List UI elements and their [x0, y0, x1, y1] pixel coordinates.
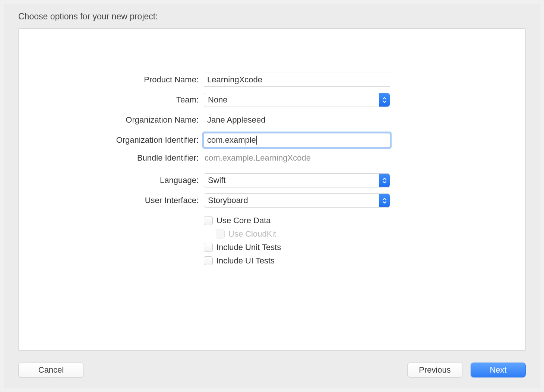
cancel-button[interactable]: Cancel: [18, 363, 84, 377]
use-cloudkit-checkbox: [216, 230, 225, 238]
bundle-identifier-label: Bundle Identifier:: [19, 153, 204, 163]
dialog-footer: Cancel Previous Next: [18, 363, 526, 377]
options-panel: Product Name: Team: None: [18, 28, 526, 351]
include-unit-tests-checkbox[interactable]: [204, 243, 213, 252]
dialog-title: Choose options for your new project:: [18, 12, 526, 22]
organization-identifier-value: com.example: [207, 135, 256, 145]
organization-name-input[interactable]: [204, 113, 390, 127]
team-label: Team:: [19, 95, 204, 105]
language-label: Language:: [19, 176, 204, 185]
use-core-data-checkbox[interactable]: [204, 216, 213, 225]
include-unit-tests-label: Include Unit Tests: [216, 243, 281, 252]
product-name-input[interactable]: [204, 73, 390, 87]
user-interface-label: User Interface:: [19, 196, 204, 205]
team-popup[interactable]: None: [204, 93, 390, 107]
use-core-data-label: Use Core Data: [216, 216, 271, 225]
up-down-icon: [379, 194, 390, 207]
language-popup-value: Swift: [208, 176, 226, 185]
organization-name-label: Organization Name:: [19, 115, 204, 125]
bundle-identifier-value: com.example.LearningXcode: [204, 153, 390, 163]
options-form: Product Name: Team: None: [19, 73, 525, 269]
new-project-options-dialog: Choose options for your new project: Pro…: [4, 4, 540, 388]
previous-button[interactable]: Previous: [407, 363, 462, 377]
up-down-icon: [379, 93, 390, 107]
organization-identifier-input[interactable]: com.example: [204, 133, 390, 147]
include-ui-tests-checkbox[interactable]: [204, 256, 213, 265]
organization-identifier-label: Organization Identifier:: [19, 135, 204, 145]
product-name-label: Product Name:: [19, 75, 204, 85]
next-button[interactable]: Next: [471, 363, 526, 377]
user-interface-popup-value: Storyboard: [208, 196, 248, 205]
use-cloudkit-label: Use CloudKit: [228, 229, 276, 239]
user-interface-popup[interactable]: Storyboard: [204, 193, 390, 208]
up-down-icon: [379, 174, 390, 187]
team-popup-value: None: [208, 95, 228, 105]
text-caret: [256, 136, 257, 145]
include-ui-tests-label: Include UI Tests: [216, 256, 275, 266]
language-popup[interactable]: Swift: [204, 173, 390, 187]
